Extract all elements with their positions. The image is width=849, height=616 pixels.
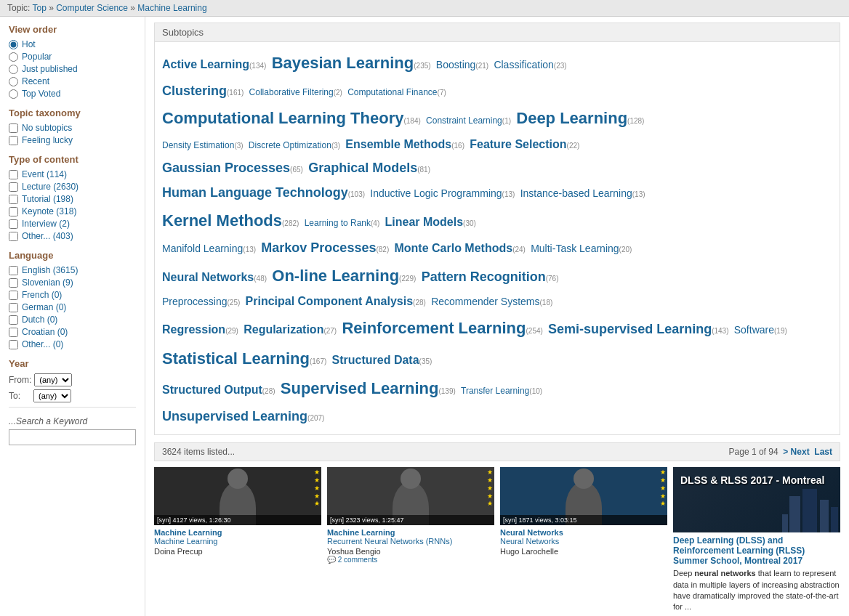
tag-computational-finance[interactable]: Computational Finance (347, 87, 437, 97)
breadcrumb-cs[interactable]: Computer Science (56, 3, 128, 13)
pagination-bar: 3624 items listed... Page 1 of 94 > Next… (154, 442, 840, 461)
lang-croatian[interactable]: Croatian (0) (9, 327, 136, 337)
video-tag-1[interactable]: Machine Learning (154, 528, 321, 537)
tag-gaussian-processes[interactable]: Gaussian Processes (162, 161, 290, 175)
lang-french[interactable]: French (0) (9, 290, 136, 300)
tag-instance-based[interactable]: Instance-based Learning (520, 187, 632, 199)
tag-graphical-models[interactable]: Graphical Models (308, 161, 417, 175)
tag-multi-task[interactable]: Multi-Task Learning (531, 243, 619, 254)
video-title-1[interactable]: Machine Learning (154, 537, 321, 546)
video-grid-1: ★★★★★ [syn] 4127 views, 1:26:30 Machine … (154, 467, 840, 613)
content-other[interactable]: Other... (403) (9, 231, 136, 241)
search-keyword-input[interactable] (9, 429, 136, 445)
video-comment-2[interactable]: 💬 2 comments (327, 556, 494, 564)
tag-neural-networks[interactable]: Neural Networks (162, 271, 254, 283)
tag-software[interactable]: Software (734, 324, 774, 336)
svg-rect-0 (789, 496, 800, 532)
building-icon (782, 482, 840, 532)
tag-classification[interactable]: Classification (494, 59, 553, 70)
sidebar: View order Hot Popular Just published Re… (0, 17, 145, 616)
tag-recommender-systems[interactable]: Recommender Systems (431, 296, 539, 307)
subtopics-content: Active Learning(134) Bayesian Learning(2… (155, 42, 840, 434)
video-info-bar-1: [syn] 4127 views, 1:26:30 (154, 515, 321, 525)
video-tag-3[interactable]: Neural Networks (500, 528, 667, 537)
tag-bayesian-learning[interactable]: Bayesian Learning (272, 54, 414, 72)
tag-supervised-learning[interactable]: Supervised Learning (281, 379, 439, 397)
video-card-1: ★★★★★ [syn] 4127 views, 1:26:30 Machine … (154, 467, 321, 613)
tag-human-language-technology[interactable]: Human Language Technology (162, 185, 348, 200)
lang-dutch[interactable]: Dutch (0) (9, 315, 136, 325)
breadcrumb-top[interactable]: Top (32, 3, 46, 13)
content-type-title: Type of content (9, 154, 136, 165)
tag-deep-learning[interactable]: Deep Learning (516, 109, 627, 127)
video-thumbnail-2[interactable]: ★★★★★ [syn] 2323 views, 1:25:47 (327, 467, 494, 525)
video-tag-2[interactable]: Machine Learning (327, 528, 494, 537)
tag-online-learning[interactable]: On-line Learning (272, 267, 399, 285)
featured-thumbnail-1[interactable]: DLSS & RLSS 2017 - Montreal (673, 467, 840, 532)
video-author-1: Doina Precup (154, 547, 321, 556)
tag-feature-selection[interactable]: Feature Selection (470, 138, 566, 150)
tag-regression[interactable]: Regression (162, 323, 225, 336)
tag-pca[interactable]: Principal Component Analysis (246, 295, 414, 307)
content-event[interactable]: Event (114) (9, 169, 136, 179)
view-option-top-voted[interactable]: Top Voted (9, 89, 136, 99)
view-option-popular[interactable]: Popular (9, 52, 136, 62)
tag-collaborative-filtering[interactable]: Collaborative Filtering (249, 87, 334, 97)
featured-title-1[interactable]: Deep Learning (DLSS) and Reinforcement L… (673, 535, 840, 566)
pagination-right: Page 1 of 94 > Next Last (729, 447, 832, 457)
tag-linear-models[interactable]: Linear Models (385, 216, 464, 228)
tag-pattern-recognition[interactable]: Pattern Recognition (422, 270, 546, 284)
tag-preprocessing[interactable]: Preprocessing (162, 296, 228, 307)
content-interview[interactable]: Interview (2) (9, 219, 136, 229)
view-option-hot[interactable]: Hot (9, 39, 136, 49)
tag-manifold-learning[interactable]: Manifold Learning (162, 243, 243, 254)
tag-unsupervised-learning[interactable]: Unsupervised Learning (162, 409, 307, 423)
tag-discrete-optimization[interactable]: Discrete Optimization (249, 140, 331, 150)
view-option-recent[interactable]: Recent (9, 76, 136, 86)
content-lecture[interactable]: Lecture (2630) (9, 182, 136, 192)
next-link[interactable]: > Next (783, 447, 809, 457)
tag-clustering[interactable]: Clustering (162, 84, 227, 98)
tag-statistical-learning[interactable]: Statistical Learning (162, 349, 310, 368)
tag-inductive-logic[interactable]: Inductive Logic Programming (370, 187, 502, 199)
video-title-3[interactable]: Neural Networks (500, 537, 667, 546)
language-group: English (3615) Slovenian (9) French (0) … (9, 265, 136, 349)
lang-other[interactable]: Other... (0) (9, 339, 136, 349)
video-thumbnail-3[interactable]: ★★★★★ [syn] 1871 views, 3:03:15 (500, 467, 667, 525)
breadcrumb-ml[interactable]: Machine Learning (137, 3, 206, 13)
tag-transfer-learning[interactable]: Transfer Learning (461, 386, 529, 396)
tag-structured-output[interactable]: Structured Output (162, 384, 262, 396)
tag-kernel-methods[interactable]: Kernel Methods (162, 211, 282, 230)
tag-computational-learning-theory[interactable]: Computational Learning Theory (162, 109, 403, 127)
last-link[interactable]: Last (814, 447, 832, 457)
tag-ensemble-methods[interactable]: Ensemble Methods (345, 138, 451, 150)
content-tutorial[interactable]: Tutorial (198) (9, 194, 136, 204)
year-to-select[interactable]: (any) (33, 389, 71, 402)
video-title-2[interactable]: Recurrent Neural Networks (RNNs) (327, 537, 494, 546)
tag-semi-supervised[interactable]: Semi-supervised Learning (548, 322, 712, 336)
lang-german[interactable]: German (0) (9, 302, 136, 312)
lang-slovenian[interactable]: Slovenian (9) (9, 277, 136, 288)
items-count: 3624 items listed... (162, 447, 235, 457)
tag-monte-carlo[interactable]: Monte Carlo Methods (394, 242, 512, 254)
year-from-select[interactable]: (any) (34, 373, 72, 386)
lang-english[interactable]: English (3615) (9, 265, 136, 275)
tag-density-estimation[interactable]: Density Estimation (162, 140, 234, 150)
tag-learning-to-rank[interactable]: Learning to Rank (305, 218, 371, 228)
tag-reinforcement-learning[interactable]: Reinforcement Learning (342, 319, 526, 337)
tag-markov-processes[interactable]: Markov Processes (261, 240, 376, 255)
tag-constraint-learning[interactable]: Constraint Learning (426, 115, 502, 126)
view-order-title: View order (9, 24, 136, 35)
subtopics-header: Subtopics (155, 23, 840, 42)
tag-regularization[interactable]: Regularization (244, 323, 323, 336)
tag-boosting[interactable]: Boosting (436, 59, 475, 70)
tag-structured-data[interactable]: Structured Data (332, 354, 419, 366)
view-option-just-published[interactable]: Just published (9, 64, 136, 74)
year-to-label: To: (9, 391, 31, 401)
taxonomy-feeling-lucky[interactable]: Feeling lucky (9, 135, 136, 145)
taxonomy-no-subtopics[interactable]: No subtopics (9, 123, 136, 133)
video-stars-1: ★★★★★ (314, 469, 320, 508)
content-keynote[interactable]: Keynote (318) (9, 206, 136, 216)
video-thumbnail-1[interactable]: ★★★★★ [syn] 4127 views, 1:26:30 (154, 467, 321, 525)
tag-active-learning[interactable]: Active Learning (162, 58, 249, 70)
